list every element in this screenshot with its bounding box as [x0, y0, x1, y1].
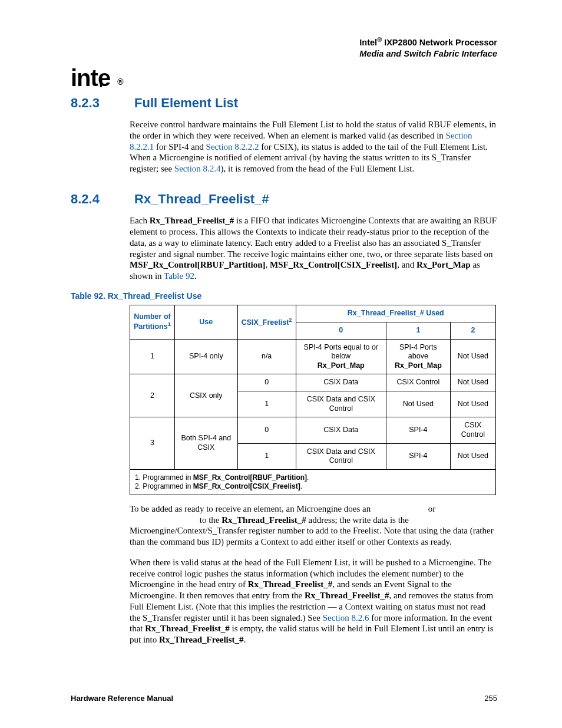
th-freelist-used: Rx_Thread_Freelist_# Used [296, 305, 495, 322]
section-number: 8.2.4 [71, 191, 106, 207]
page-header: Intel® IXP2800 Network Processor Media a… [71, 35, 497, 60]
th-csix-freelist: CSIX_Freelist2 [237, 305, 296, 339]
link-section-824[interactable]: Section 8.2.4 [174, 164, 221, 173]
link-section-826[interactable]: Section 8.2.6 [323, 613, 369, 622]
table-row: 1 SPI-4 only n/a SPI-4 Ports equal to or… [130, 339, 496, 374]
link-table-92[interactable]: Table 92 [164, 271, 194, 281]
page-number: 255 [484, 694, 497, 703]
th-partitions: Number ofPartitions1 [130, 305, 175, 339]
th-col-1: 1 [386, 322, 451, 339]
paragraph-823: Receive control hardware maintains the F… [130, 119, 497, 174]
section-heading-823: 8.2.3 Full Element List [71, 95, 497, 111]
table-row: 3 Both SPI-4 and CSIX 0 CSIX Data SPI-4 … [130, 417, 496, 443]
section-number: 8.2.3 [71, 95, 106, 111]
table-92: Number ofPartitions1 Use CSIX_Freelist2 … [130, 305, 496, 495]
section-heading-824: 8.2.4 Rx_Thread_Freelist_# [71, 191, 497, 207]
th-use: Use [174, 305, 237, 339]
header-subtitle: Media and Switch Fabric Interface [359, 49, 497, 58]
th-col-2: 2 [450, 322, 495, 339]
header-product: Intel® IXP2800 Network Processor [359, 38, 497, 47]
footer-title: Hardware Reference Manual [71, 694, 173, 703]
intel-logo: intel® [71, 63, 497, 93]
paragraph-824a: Each Rx_Thread_Freelist_# is a FIFO that… [130, 215, 497, 282]
section-title: Full Element List [134, 95, 238, 111]
table-row: 2 CSIX only 0 CSIX Data CSIX Control Not… [130, 374, 496, 391]
page-footer: Hardware Reference Manual 255 [71, 694, 497, 703]
table-92-caption: Table 92. Rx_Thread_Freelist Use [71, 291, 497, 302]
th-col-0: 0 [296, 322, 386, 339]
section-title: Rx_Thread_Freelist_# [134, 191, 269, 207]
paragraph-824b: To be added as ready to receive an eleme… [130, 503, 497, 548]
link-section-8222[interactable]: Section 8.2.2.2 [206, 142, 259, 151]
paragraph-824c: When there is valid status at the head o… [130, 557, 497, 645]
table-footnotes: 1. Programmed in MSF_Rx_Control[RBUF_Par… [130, 469, 496, 495]
